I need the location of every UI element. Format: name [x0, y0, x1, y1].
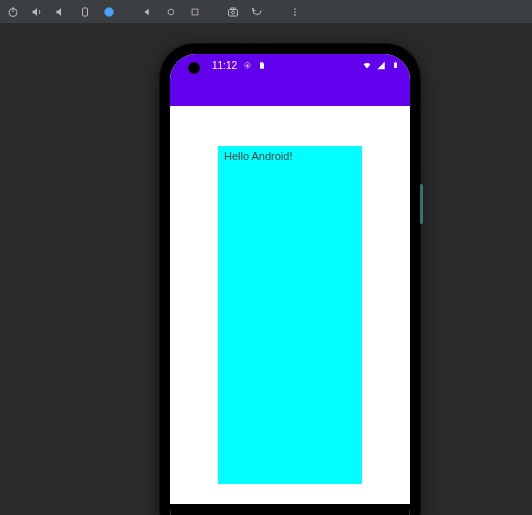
- wifi-icon: [362, 60, 372, 70]
- status-bar: 11:12: [170, 54, 410, 76]
- greeting-text: Hello Android!: [224, 150, 356, 162]
- volume-up-icon[interactable]: [30, 5, 44, 19]
- svg-point-14: [294, 11, 296, 13]
- svg-marker-3: [57, 8, 62, 16]
- volume-down-icon[interactable]: [54, 5, 68, 19]
- screenshot-icon[interactable]: [226, 5, 240, 19]
- status-right: [362, 60, 400, 70]
- svg-rect-10: [229, 9, 238, 16]
- rotate-right-icon[interactable]: [102, 5, 116, 19]
- record-icon[interactable]: [250, 5, 264, 19]
- emulator-toolbar: [0, 0, 532, 24]
- front-camera: [188, 62, 200, 74]
- svg-marker-7: [145, 8, 149, 15]
- svg-rect-17: [394, 63, 397, 68]
- svg-rect-4: [83, 8, 88, 16]
- overview-icon[interactable]: [188, 5, 202, 19]
- app-action-bar: [170, 76, 410, 106]
- device-screen: 11:12: [170, 54, 410, 515]
- status-time: 11:12: [212, 60, 237, 71]
- svg-rect-18: [394, 62, 395, 63]
- battery-icon: [390, 60, 400, 70]
- cyan-panel: Hello Android!: [218, 146, 362, 484]
- svg-rect-9: [192, 9, 198, 15]
- more-icon[interactable]: [288, 5, 302, 19]
- svg-point-15: [294, 14, 296, 16]
- svg-rect-6: [105, 9, 113, 14]
- sim-icon: [257, 60, 267, 70]
- svg-rect-12: [231, 8, 235, 10]
- home-icon[interactable]: [164, 5, 178, 19]
- svg-marker-2: [33, 8, 38, 16]
- svg-point-16: [246, 64, 248, 66]
- rotate-left-icon[interactable]: [78, 5, 92, 19]
- app-content: Hello Android!: [170, 106, 410, 504]
- navigation-bar: [170, 504, 410, 515]
- device-frame: 11:12: [160, 44, 420, 515]
- emulator-stage: 11:12: [0, 24, 532, 515]
- back-icon[interactable]: [140, 5, 154, 19]
- svg-point-13: [294, 8, 296, 10]
- svg-point-8: [168, 9, 174, 15]
- status-left: 11:12: [212, 60, 267, 71]
- power-icon[interactable]: [6, 5, 20, 19]
- gear-icon: [242, 60, 252, 70]
- signal-icon: [376, 60, 386, 70]
- svg-point-11: [232, 11, 235, 14]
